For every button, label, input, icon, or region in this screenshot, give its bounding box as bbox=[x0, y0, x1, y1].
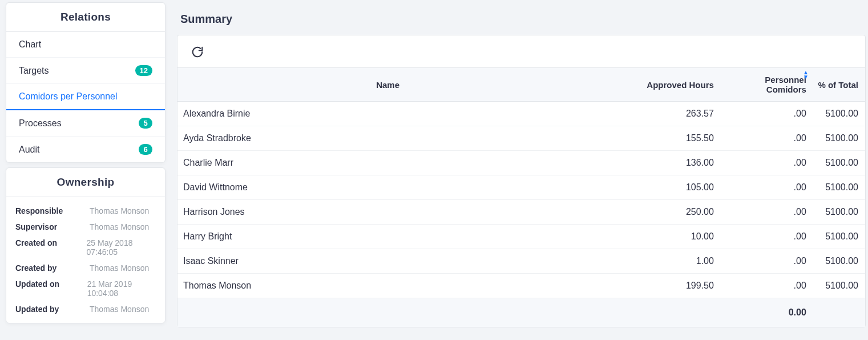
ownership-row-updated-on: Updated on 21 Mar 2019 10:04:08 bbox=[15, 276, 163, 301]
relations-item-badge: 12 bbox=[135, 65, 152, 76]
column-header-name[interactable]: Name bbox=[177, 68, 598, 102]
cell-name: Harry Bright bbox=[177, 225, 598, 249]
ownership-value: 21 Mar 2019 10:04:08 bbox=[87, 279, 163, 298]
relations-item-audit[interactable]: Audit 6 bbox=[6, 137, 165, 162]
cell-pct: 5100.00 bbox=[812, 126, 865, 151]
relations-item-comidors-per-personnel[interactable]: Comidors per Personnel bbox=[6, 84, 165, 110]
ownership-value: 25 May 2018 07:46:05 bbox=[87, 238, 163, 257]
cell-name: Thomas Monson bbox=[177, 274, 598, 298]
main-content: Summary Name Approved Hours Personnel Co… bbox=[171, 0, 868, 340]
relations-card: Relations Chart Targets 12 Comidors per … bbox=[6, 2, 165, 163]
relations-item-label: Audit bbox=[19, 145, 39, 155]
cell-approved: 136.00 bbox=[598, 151, 720, 175]
ownership-row-created-by: Created by Thomas Monson bbox=[15, 260, 163, 276]
cell-approved: 105.00 bbox=[598, 175, 720, 200]
ownership-label: Created on bbox=[15, 238, 87, 257]
page-title: Summary bbox=[177, 7, 866, 35]
relations-item-chart[interactable]: Chart bbox=[6, 32, 165, 58]
ownership-label: Created by bbox=[15, 263, 90, 273]
cell-name: Alexandra Birnie bbox=[177, 102, 598, 126]
ownership-label: Supervisor bbox=[15, 222, 90, 231]
ownership-value: Thomas Monson bbox=[90, 305, 149, 314]
ownership-label: Responsible bbox=[15, 206, 90, 215]
cell-comidors: .00 bbox=[720, 274, 812, 298]
ownership-row-responsible: Responsible Thomas Monson bbox=[15, 203, 163, 219]
table-row[interactable]: David Wittnome 105.00 .00 5100.00 bbox=[177, 175, 865, 200]
cell-name: Ayda Stradbroke bbox=[177, 126, 598, 151]
table-row[interactable]: Harry Bright 10.00 .00 5100.00 bbox=[177, 225, 865, 249]
relations-list: Chart Targets 12 Comidors per Personnel … bbox=[6, 32, 165, 162]
ownership-row-updated-by: Updated by Thomas Monson bbox=[15, 301, 163, 317]
cell-name: Charlie Marr bbox=[177, 151, 598, 175]
cell-pct: 5100.00 bbox=[812, 225, 865, 249]
column-header-personnel-comidors[interactable]: Personnel Comidors ▲▼ bbox=[720, 68, 812, 102]
cell-comidors: .00 bbox=[720, 249, 812, 274]
cell-comidors: .00 bbox=[720, 225, 812, 249]
table-body: Alexandra Birnie 263.57 .00 5100.00 Ayda… bbox=[177, 102, 865, 298]
table-row[interactable]: Charlie Marr 136.00 .00 5100.00 bbox=[177, 151, 865, 175]
cell-name: Isaac Skinner bbox=[177, 249, 598, 274]
relations-item-badge: 5 bbox=[139, 118, 152, 129]
summary-table: Name Approved Hours Personnel Comidors ▲… bbox=[177, 67, 865, 327]
refresh-button[interactable] bbox=[189, 43, 206, 61]
ownership-row-created-on: Created on 25 May 2018 07:46:05 bbox=[15, 235, 163, 260]
cell-pct: 5100.00 bbox=[812, 249, 865, 274]
relations-item-badge: 6 bbox=[139, 144, 152, 155]
footer-empty bbox=[177, 298, 598, 327]
ownership-row-supervisor: Supervisor Thomas Monson bbox=[15, 219, 163, 235]
ownership-label: Updated on bbox=[15, 279, 87, 298]
sidebar: Relations Chart Targets 12 Comidors per … bbox=[0, 0, 171, 340]
relations-item-targets[interactable]: Targets 12 bbox=[6, 58, 165, 84]
table-header-row: Name Approved Hours Personnel Comidors ▲… bbox=[177, 68, 865, 102]
ownership-value: Thomas Monson bbox=[90, 206, 149, 215]
ownership-body: Responsible Thomas Monson Supervisor Tho… bbox=[6, 197, 165, 323]
refresh-icon bbox=[191, 46, 204, 58]
column-header-approved-hours[interactable]: Approved Hours bbox=[598, 68, 720, 102]
footer-total: 0.00 bbox=[720, 298, 812, 327]
cell-approved: 199.50 bbox=[598, 274, 720, 298]
panel-toolbar bbox=[177, 35, 865, 67]
cell-comidors: .00 bbox=[720, 102, 812, 126]
table-row[interactable]: Thomas Monson 199.50 .00 5100.00 bbox=[177, 274, 865, 298]
cell-approved: 155.50 bbox=[598, 126, 720, 151]
cell-approved: 250.00 bbox=[598, 200, 720, 225]
table-footer-row: 0.00 bbox=[177, 298, 865, 327]
ownership-card: Ownership Responsible Thomas Monson Supe… bbox=[6, 167, 165, 323]
column-header-pct-of-total[interactable]: % of Total bbox=[812, 68, 865, 102]
footer-empty bbox=[812, 298, 865, 327]
relations-title: Relations bbox=[6, 3, 165, 32]
relations-item-label: Targets bbox=[19, 66, 49, 76]
ownership-value: Thomas Monson bbox=[90, 263, 149, 273]
cell-pct: 5100.00 bbox=[812, 175, 865, 200]
relations-item-processes[interactable]: Processes 5 bbox=[6, 110, 165, 137]
cell-comidors: .00 bbox=[720, 126, 812, 151]
relations-item-label: Comidors per Personnel bbox=[19, 91, 118, 102]
cell-pct: 5100.00 bbox=[812, 200, 865, 225]
table-row[interactable]: Ayda Stradbroke 155.50 .00 5100.00 bbox=[177, 126, 865, 151]
cell-approved: 263.57 bbox=[598, 102, 720, 126]
cell-name: David Wittnome bbox=[177, 175, 598, 200]
footer-empty bbox=[598, 298, 720, 327]
table-row[interactable]: Alexandra Birnie 263.57 .00 5100.00 bbox=[177, 102, 865, 126]
relations-item-label: Chart bbox=[19, 39, 41, 50]
relations-item-label: Processes bbox=[19, 118, 62, 129]
column-header-label: Personnel Comidors bbox=[765, 75, 806, 94]
cell-comidors: .00 bbox=[720, 151, 812, 175]
ownership-label: Updated by bbox=[15, 305, 90, 314]
summary-panel: Name Approved Hours Personnel Comidors ▲… bbox=[177, 35, 866, 327]
cell-approved: 1.00 bbox=[598, 249, 720, 274]
cell-pct: 5100.00 bbox=[812, 274, 865, 298]
cell-approved: 10.00 bbox=[598, 225, 720, 249]
cell-name: Harrison Jones bbox=[177, 200, 598, 225]
cell-comidors: .00 bbox=[720, 200, 812, 225]
sort-indicator-icon: ▲▼ bbox=[803, 70, 809, 79]
cell-comidors: .00 bbox=[720, 175, 812, 200]
ownership-title: Ownership bbox=[6, 168, 165, 197]
table-row[interactable]: Harrison Jones 250.00 .00 5100.00 bbox=[177, 200, 865, 225]
table-row[interactable]: Isaac Skinner 1.00 .00 5100.00 bbox=[177, 249, 865, 274]
ownership-value: Thomas Monson bbox=[90, 222, 149, 231]
cell-pct: 5100.00 bbox=[812, 151, 865, 175]
cell-pct: 5100.00 bbox=[812, 102, 865, 126]
